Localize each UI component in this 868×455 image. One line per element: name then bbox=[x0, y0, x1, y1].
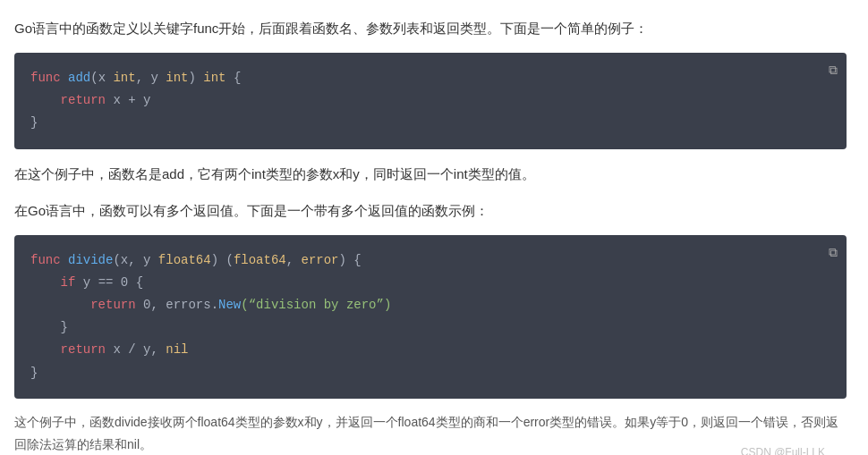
code-token: (x bbox=[90, 71, 113, 85]
code-token: return bbox=[61, 342, 106, 357]
code-token bbox=[30, 275, 61, 290]
code-token: error bbox=[302, 253, 339, 267]
code-token: divide bbox=[68, 253, 113, 267]
code-token: return bbox=[30, 93, 113, 107]
code-token: { bbox=[226, 71, 242, 85]
code-token: x + y bbox=[113, 93, 150, 107]
csdn-tag: CSDN @Full-LLK bbox=[741, 446, 825, 455]
code-token bbox=[30, 298, 90, 312]
code-token: } bbox=[30, 115, 38, 130]
mid-text-1: 在这个例子中，函数名是add，它有两个int类型的参数x和y，同时返回一个int… bbox=[14, 162, 847, 186]
code-token: if bbox=[61, 275, 76, 290]
code-token: nil bbox=[166, 342, 188, 357]
code-token: int bbox=[203, 71, 226, 85]
code-token: func bbox=[30, 253, 68, 267]
code-token: return bbox=[90, 298, 135, 312]
code1-content: func add(x int, y int) int { return x + … bbox=[30, 67, 830, 135]
code-token: add bbox=[68, 71, 90, 85]
code-block-2: ⧉ func divide(x, y float64) (float64, er… bbox=[14, 235, 847, 399]
code-line: func add(x int, y int) int { bbox=[30, 67, 830, 89]
code-token: ) bbox=[189, 71, 204, 85]
code-token: x / y, bbox=[106, 342, 166, 357]
code-line: } bbox=[30, 362, 830, 384]
code-token: 0, errors. bbox=[136, 298, 218, 312]
code-token: , bbox=[286, 253, 302, 267]
code-token: == bbox=[98, 275, 114, 290]
copy-icon-2[interactable]: ⧉ bbox=[829, 242, 838, 265]
code-line: return 0, errors.New(“division by zero”) bbox=[30, 294, 830, 316]
footer-text: 这个例子中，函数divide接收两个float64类型的参数x和y，并返回一个f… bbox=[14, 411, 847, 455]
code-line: func divide(x, y float64) (float64, erro… bbox=[30, 249, 830, 272]
intro-text: Go语言中的函数定义以关键字func开始，后面跟着函数名、参数列表和返回类型。下… bbox=[14, 16, 847, 40]
code-token: , y bbox=[136, 71, 166, 85]
mid-text-2: 在Go语言中，函数可以有多个返回值。下面是一个带有多个返回值的函数示例： bbox=[14, 198, 847, 223]
code-token: int bbox=[113, 71, 135, 85]
code-line: } bbox=[30, 112, 830, 134]
code-block-1: ⧉ func add(x int, y int) int { return x … bbox=[14, 53, 847, 149]
code-token: (x, y bbox=[113, 253, 157, 267]
code-token: func bbox=[30, 71, 68, 85]
code-line: } bbox=[30, 316, 830, 339]
code-token: float64 bbox=[234, 253, 286, 267]
code2-content: func divide(x, y float64) (float64, erro… bbox=[30, 249, 830, 384]
code-token: float64 bbox=[158, 253, 211, 267]
code-token: ) ( bbox=[211, 253, 234, 267]
code-token: } bbox=[30, 320, 68, 334]
code-token bbox=[30, 342, 61, 357]
code-token: int bbox=[166, 71, 188, 85]
copy-icon-1[interactable]: ⧉ bbox=[829, 60, 838, 82]
code-line: return x / y, nil bbox=[30, 339, 830, 361]
code-token: (“division by zero”) bbox=[241, 298, 391, 312]
page-container: Go语言中的函数定义以关键字func开始，后面跟着函数名、参数列表和返回类型。下… bbox=[14, 16, 847, 455]
code-line: return x + y bbox=[30, 89, 830, 112]
code-token: 0 { bbox=[113, 275, 143, 290]
code-line: if y == 0 { bbox=[30, 272, 830, 294]
code-token: } bbox=[30, 366, 38, 380]
code-token: ) { bbox=[339, 253, 362, 267]
code-token: y bbox=[75, 275, 98, 290]
code-token: New bbox=[218, 298, 241, 312]
